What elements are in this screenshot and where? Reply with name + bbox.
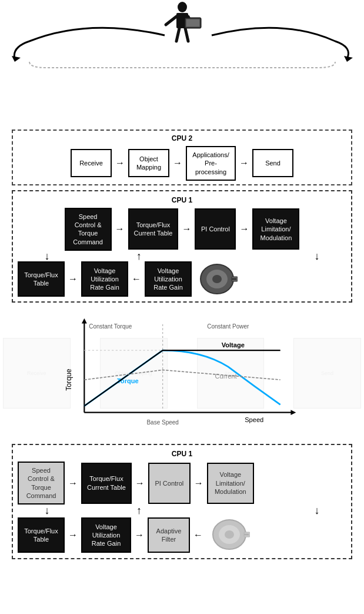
cpu1b-down-arrow-2: ↓ — [315, 505, 320, 517]
cpu1-arrow-3: → — [236, 224, 252, 234]
cpu1-volt-util-left-box: VoltageUtilizationRate Gain — [81, 261, 128, 297]
cpu1-arrow-5: ← — [128, 274, 145, 284]
up-arrow-1: ↑ — [136, 251, 142, 261]
cpu1-torque-flux-current-box: Torque/FluxCurrent Table — [128, 208, 179, 250]
cpu1-top-row2: Torque/FluxTable → VoltageUtilizationRat… — [18, 261, 346, 297]
cpu2-label: CPU 2 — [16, 134, 348, 142]
cpu1b-arrow-1: → — [65, 479, 81, 488]
arrow-2: → — [169, 158, 186, 168]
cpu1b-arrow-5: → — [131, 530, 148, 540]
cpu1-volt-util-right-box: VoltageUtilizationRate Gain — [145, 261, 192, 297]
cpu1-bottom-row1: SpeedControl &TorqueCommand → Torque/Flu… — [18, 462, 346, 505]
cpu1b-arrow-4: → — [65, 530, 81, 540]
cpu2-container: CPU 2 Receive → ObjectMapping → Applicat… — [12, 130, 352, 185]
cpu1-top-label: CPU 1 — [18, 196, 346, 204]
svg-text:Constant Torque: Constant Torque — [89, 324, 132, 330]
cpu1b-arrow-6: ← — [190, 530, 206, 540]
svg-point-0 — [178, 2, 187, 12]
cpu2-flow-row: Receive → ObjectMapping → Applications/P… — [16, 146, 348, 181]
svg-text:Base Speed: Base Speed — [146, 419, 179, 426]
svg-text:Constant Power: Constant Power — [207, 324, 249, 330]
cpu1-top-container: CPU 1 SpeedControl &TorqueCommand → Torq… — [12, 190, 352, 303]
cpu1b-volt-util-box: VoltageUtilizationRate Gain — [81, 517, 131, 553]
human-icon — [159, 0, 206, 53]
top-section — [0, 0, 364, 130]
down-arrow-1: ↓ — [45, 251, 50, 261]
arrow-3: → — [236, 158, 252, 168]
cpu1b-torque-flux-current-box: Torque/FluxCurrent Table — [81, 463, 132, 504]
cpu1-voltage-lim-box: VoltageLimitation/Modulation — [252, 208, 299, 250]
cpu1-arrow-1: → — [112, 224, 128, 234]
cpu1-arrow-2: → — [178, 224, 195, 234]
cpu2-receive-box: Receive — [71, 149, 112, 177]
cpu1b-speed-control-box: SpeedControl &TorqueCommand — [18, 462, 65, 505]
cpu1-pi-control-box: PI Control — [195, 208, 236, 250]
svg-text:Torque: Torque — [65, 369, 73, 391]
human-figure — [159, 0, 206, 53]
cpu1b-arrow-2: → — [132, 479, 148, 488]
cpu1-bottom-row2: Torque/FluxTable → VoltageUtilizationRat… — [18, 517, 346, 553]
cpu1b-up-arrow: ↑ — [136, 505, 142, 517]
motor-icon — [196, 261, 238, 297]
cpu2-applications-box: Applications/Pre-processing — [186, 146, 236, 181]
cpu2-object-mapping-box: ObjectMapping — [128, 149, 169, 177]
cpu1-speed-control-box: SpeedControl &TorqueCommand — [65, 208, 112, 251]
cpu1-vert-arrows: ↓ ↑ ↓ — [18, 251, 346, 261]
motor-area — [196, 261, 238, 297]
svg-line-2 — [166, 16, 176, 25]
cpu1b-motor-area — [209, 517, 250, 553]
svg-point-11 — [212, 275, 222, 283]
cpu1-top-row1: SpeedControl &TorqueCommand → Torque/Flu… — [18, 208, 346, 251]
svg-marker-16 — [82, 318, 87, 324]
cpu1-torque-flux-table-box: Torque/FluxTable — [18, 261, 65, 297]
chart-section: Receive Object Mapping Apps Send Torque … — [0, 308, 364, 438]
down-arrow-2: ↓ — [314, 251, 319, 261]
cpu1b-pi-control-box: PI Control — [148, 463, 191, 504]
svg-point-30 — [225, 530, 234, 539]
arrow-1: → — [112, 158, 128, 168]
cpu1b-torque-flux-table-box: Torque/FluxTable — [18, 517, 65, 553]
cpu1b-vert-arrows: ↓ ↑ ↓ — [18, 505, 346, 517]
svg-text:Voltage: Voltage — [222, 341, 245, 349]
svg-line-4 — [176, 28, 179, 41]
svg-text:Speed: Speed — [245, 416, 263, 423]
cpu1b-adaptive-filter-box: AdaptiveFilter — [148, 517, 190, 553]
cpu1b-down-arrow-1: ↓ — [45, 505, 50, 517]
svg-marker-17 — [290, 410, 296, 415]
svg-text:Current: Current — [215, 373, 237, 380]
cpu1b-motor-icon — [209, 517, 250, 552]
cpu1-bottom-container: CPU 1 SpeedControl &TorqueCommand → Torq… — [12, 444, 352, 559]
cpu1-arrow-4: → — [65, 274, 81, 284]
svg-line-5 — [185, 28, 188, 41]
cpu2-send-box: Send — [252, 149, 293, 177]
svg-rect-8 — [186, 19, 199, 26]
torque-speed-chart: Torque Speed Constant Torque Constant Po… — [41, 314, 323, 432]
cpu1b-voltage-lim-box: VoltageLimitation/Modulation — [207, 463, 254, 504]
cpu1-bottom-label: CPU 1 — [18, 450, 346, 458]
cpu1b-arrow-3: → — [191, 479, 207, 488]
